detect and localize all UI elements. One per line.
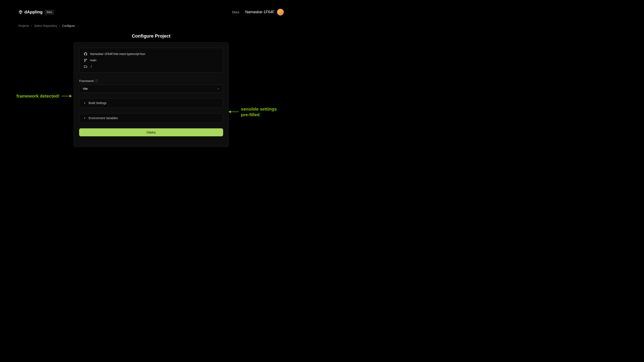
repo-name: Namaskar-1F64F/vite-react-typescript-bun: [90, 52, 145, 55]
deploy-button[interactable]: Deploy: [79, 128, 223, 136]
annotation-text: sensible settings pre-filled: [241, 106, 277, 118]
beta-badge: Beta: [45, 10, 54, 14]
header-right: Docs Namaskar-1F64F: [232, 9, 284, 15]
docs-link[interactable]: Docs: [232, 10, 239, 14]
repo-name-row: Namaskar-1F64F/vite-react-typescript-bun: [84, 52, 218, 55]
page-title: Configure Project: [0, 33, 302, 39]
breadcrumb-separator: /: [59, 24, 60, 27]
branch-row: main: [84, 58, 218, 62]
username: Namaskar-1F64F: [245, 10, 274, 14]
directory-row: ./: [84, 65, 218, 68]
breadcrumb-item-current: Configure: [62, 24, 75, 27]
svg-point-2: [84, 61, 85, 62]
framework-selected-value: Vite: [83, 87, 88, 90]
directory-path: ./: [90, 65, 92, 68]
repo-info-card: Namaskar-1F64F/vite-react-typescript-bun…: [79, 48, 223, 72]
framework-label: Framework ?: [79, 79, 223, 83]
github-icon: [84, 52, 87, 55]
chevron-down-icon: [217, 87, 220, 90]
config-panel: Namaskar-1F64F/vite-react-typescript-bun…: [74, 42, 229, 147]
breadcrumb: Projects / Select Repository / Configure: [0, 20, 302, 27]
breadcrumb-separator: /: [31, 24, 32, 27]
env-variables-section[interactable]: Environment Variables: [79, 113, 223, 123]
logo-text: dAppling: [24, 10, 42, 14]
chevron-right-icon: [84, 102, 86, 104]
logo-group: dAppling Beta: [18, 10, 54, 14]
app-header: dAppling Beta Docs Namaskar-1F64F: [0, 0, 302, 20]
build-settings-section[interactable]: Build Settings: [79, 98, 223, 108]
framework-select[interactable]: Vite: [79, 85, 223, 93]
arrow-right-icon: [62, 95, 72, 97]
build-settings-label: Build Settings: [88, 101, 107, 105]
svg-point-0: [84, 59, 85, 59]
arrow-left-icon: [228, 110, 239, 113]
folder-icon: [84, 65, 87, 68]
svg-point-1: [86, 59, 87, 59]
user-menu[interactable]: Namaskar-1F64F: [245, 9, 284, 15]
logo-icon: [18, 10, 23, 14]
help-icon[interactable]: ?: [95, 79, 98, 82]
branch-icon: [84, 59, 87, 62]
breadcrumb-item[interactable]: Projects: [18, 24, 29, 27]
branch-name: main: [90, 58, 96, 62]
breadcrumb-item[interactable]: Select Repository: [34, 24, 57, 27]
chevron-right-icon: [84, 117, 86, 119]
annotation-text: framework detected!: [16, 93, 60, 99]
avatar: [277, 9, 284, 15]
env-variables-label: Environment Variables: [88, 116, 118, 120]
annotation-sensible-settings: sensible settings pre-filled: [228, 106, 277, 118]
logo[interactable]: dAppling: [18, 10, 42, 14]
annotation-framework-detected: framework detected!: [16, 93, 72, 99]
